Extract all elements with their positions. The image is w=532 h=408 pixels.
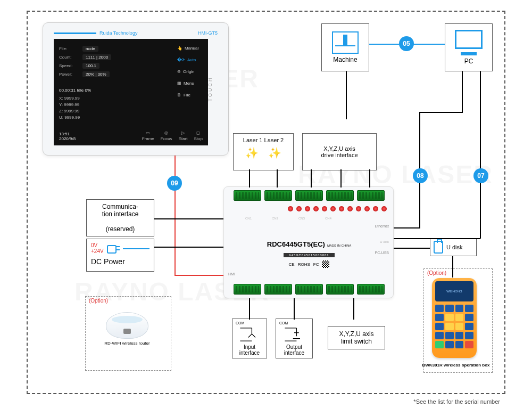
wire-udisk-v	[452, 256, 453, 278]
wire-08b	[419, 112, 463, 113]
hmi-touch-label: TOUCH	[208, 77, 213, 102]
dc-0v: 0V	[91, 242, 104, 248]
node-drive-interface: X,Y,Z,U axis drive interface	[302, 133, 377, 170]
option-label-router: (Option)	[89, 298, 108, 304]
cert-ce: CE	[289, 262, 295, 267]
router-caption: RD-WIFI wireless router	[103, 341, 151, 346]
port-ethernet: Ethernet	[375, 224, 389, 228]
machine-label: Machine	[333, 56, 357, 63]
controller-label: RDC6445GT5(EC)MADE IN CHINA 645GT6450150…	[267, 239, 352, 268]
hmi-btn-focus[interactable]: ◎Focus	[161, 130, 172, 141]
hmi-screen[interactable]: File:node Count:1111 | 2000 Speed:100.1 …	[54, 39, 208, 145]
led-row	[288, 206, 387, 211]
hmi-btn-stop[interactable]: ◻Stop	[194, 130, 203, 141]
io-com-label: COM	[234, 321, 265, 325]
wire-machine-v	[346, 71, 347, 119]
port-hmi: HMI	[228, 272, 235, 276]
node-dc-power: 0V +24V DC Power	[86, 239, 154, 272]
plug-icon	[107, 243, 120, 253]
hmi-file-lbl: File:	[59, 46, 80, 51]
hmi-date: 2020/9/8	[59, 136, 76, 141]
hmi-z: Z: 9999.99	[59, 108, 80, 115]
hmi-side-file[interactable]: 🗎File	[175, 89, 205, 101]
wire-udisk-h	[394, 248, 430, 249]
top-terminals	[234, 190, 385, 201]
output-schematic-icon	[277, 325, 311, 344]
node-laser: Laser 1 Laser 2 ✨ ✨	[233, 133, 294, 170]
wire-07-v	[480, 71, 481, 239]
hmi-side-origin[interactable]: ⊕Origin	[175, 66, 205, 77]
node-input-interface: COM Input interface	[232, 319, 267, 358]
hmi-speed-lbl: Speed:	[59, 63, 80, 68]
pc-icon	[455, 30, 483, 49]
udisk-icon	[434, 241, 443, 254]
hmi-speed-val: 100.1	[82, 63, 99, 69]
node-pc: PC	[445, 23, 493, 71]
wire-drive1	[311, 169, 312, 187]
dc-24v: +24V	[91, 248, 104, 254]
hmi-side-menu-btn[interactable]: ▦Menu	[175, 77, 205, 89]
wire-09-v	[174, 156, 176, 276]
bubble-09: 09	[167, 176, 182, 191]
machine-icon	[332, 31, 359, 54]
wire-drive2	[340, 169, 342, 187]
controller-model: RDC6445GT5(EC)	[267, 240, 325, 248]
port-udisk: U disk	[380, 240, 389, 243]
hmi-brand: Ruida Technology	[99, 30, 137, 36]
wire-in	[249, 298, 250, 320]
hmi-file-val: node	[82, 46, 98, 52]
controller-board: CN1 CN2 CN3 CN4 RDC6445GT5(EC)MADE IN CH…	[223, 186, 394, 298]
wire-laser2	[277, 169, 278, 187]
hmi-side-auto[interactable]: �⟳Auto	[175, 54, 205, 66]
node-comm-interface: Communica- tion interface (reserved)	[86, 199, 154, 236]
hmi-count-lbl: Count:	[59, 55, 80, 60]
router-icon	[106, 312, 148, 339]
pc-label: PC	[464, 58, 473, 65]
wifi-router: RD-WIFI wireless router	[103, 312, 151, 349]
wire-08d	[394, 227, 420, 229]
controller-made: MADE IN CHINA	[327, 244, 351, 247]
footnote: *See the list for the serial number	[413, 398, 500, 405]
bubble-08: 08	[413, 168, 428, 183]
hmi-u: U: 9999.99	[59, 115, 80, 121]
bubble-07: 07	[473, 168, 488, 183]
laser1-icon: ✨	[245, 146, 259, 159]
controller-sn: 645GT645015000001	[284, 253, 334, 257]
hmi-btn-start[interactable]: ▷Start	[179, 130, 188, 141]
hmi-side-manual[interactable]: 👆Manual	[175, 42, 205, 54]
wire-lim	[353, 298, 354, 320]
node-output-interface: COM Output interface	[276, 319, 313, 358]
bubble-05: 05	[399, 36, 414, 51]
node-udisk: U disk	[430, 238, 477, 256]
wire-07-h	[394, 238, 480, 239]
input-if-label: Input interface	[234, 344, 265, 356]
dc-power-label: DC Power	[91, 257, 149, 266]
remote-keypad[interactable]	[435, 305, 473, 348]
hmi-y: Y: 9999.99	[59, 102, 80, 108]
hmi-footer: 13:51 2020/9/8 ▭Frame ◎Focus ▷Start ◻Sto…	[59, 130, 203, 141]
hmi-count-val: 1111 | 2000	[82, 54, 111, 60]
qr-icon	[322, 260, 329, 268]
wire-drive3	[369, 169, 370, 187]
wire-out	[294, 298, 295, 320]
option-label-remote: (Option)	[427, 270, 446, 276]
node-limit-switch: X,Y,Z,U axis limit switch	[328, 326, 385, 349]
remote-caption: BWK301R wireless operation box	[421, 363, 491, 368]
io-com-label2: COM	[277, 321, 311, 325]
hmi-btn-frame[interactable]: ▭Frame	[142, 130, 154, 141]
wire-comm	[154, 218, 223, 219]
cert-fc: FC	[313, 262, 319, 267]
hmi-time: 13:51	[59, 132, 76, 136]
bottom-terminals	[234, 284, 385, 295]
remote-screen: WEIHONG	[435, 281, 473, 301]
wireless-remote: WEIHONG BWK301R wireless operation box	[432, 278, 477, 358]
wire-09-h	[174, 275, 223, 276]
wire-dc	[154, 247, 223, 248]
hmi-power-lbl: Power:	[59, 72, 80, 77]
port-pcusb: PC-USB	[375, 251, 389, 255]
hmi-model: HMI-GT5	[198, 30, 218, 36]
hmi-topbar: Ruida Technology HMI-GT5	[54, 29, 218, 37]
wire-08a	[462, 71, 463, 112]
hmi-status: 00.00:31 Idle 0%	[59, 88, 91, 93]
hmi-panel: Ruida Technology HMI-GT5 TOUCH File:node…	[43, 22, 229, 156]
